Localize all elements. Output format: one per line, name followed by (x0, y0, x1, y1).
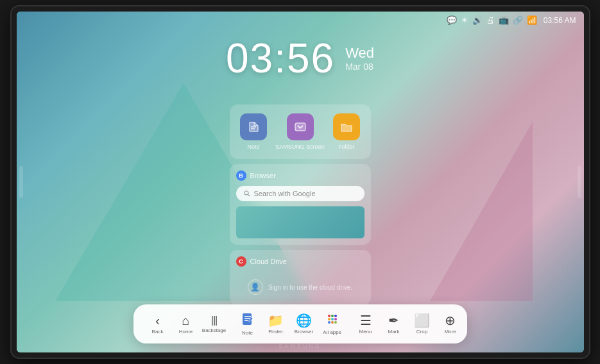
svg-point-15 (328, 321, 330, 324)
note-taskbar-label: Note (242, 330, 253, 336)
search-icon (244, 190, 250, 197)
taskbar-home[interactable]: ⌂ Home (173, 311, 199, 337)
clock-month: Mar 08 (345, 62, 373, 72)
browser-card: B Browser Search with Google (230, 164, 371, 245)
cloud-card-title: Cloud Drive (250, 258, 287, 265)
taskbar-menu[interactable]: ☰ Menu (353, 311, 379, 337)
crop-label: Crop (416, 329, 427, 335)
tv-screen: 💬 ☀ 🔊 🖨 📺 🔗 📶 03:56 AM 03:56 Wed Mar 08 (17, 12, 584, 352)
folder-app-icon (333, 113, 360, 140)
allapps-icon (326, 313, 339, 327)
svg-point-3 (244, 191, 248, 195)
crop-icon: ⬜ (414, 314, 430, 327)
svg-point-17 (334, 321, 337, 324)
samsung-app-label: SAMSUNG Screen (275, 144, 325, 150)
network-icon: 🔗 (513, 15, 523, 25)
svg-point-10 (331, 315, 334, 317)
cloud-card-header: C Cloud Drive (236, 256, 364, 267)
taskbar-allapps[interactable]: All apps (320, 310, 345, 338)
taskbar: ‹ Back ⌂ Home ||| Backstage (133, 304, 467, 343)
svg-point-16 (331, 321, 334, 324)
taskbar-finder[interactable]: 📁 Finder (263, 311, 289, 337)
taskbar-mark[interactable]: ✒ Mark (381, 311, 407, 337)
mark-label: Mark (388, 329, 400, 335)
status-time: 03:56 AM (544, 16, 576, 25)
menu-icon: ☰ (360, 314, 372, 327)
app-samsung-screen[interactable]: SAMSUNG Screen (275, 113, 325, 150)
browser-icon: 🌐 (296, 314, 312, 327)
home-icon: ⌂ (182, 314, 189, 327)
tv-frame: 💬 ☀ 🔊 🖨 📺 🔗 📶 03:56 AM 03:56 Wed Mar 08 (12, 6, 589, 358)
status-bar: 💬 ☀ 🔊 🖨 📺 🔗 📶 03:56 AM (447, 15, 576, 25)
back-label: Back (152, 329, 164, 335)
svg-point-14 (334, 318, 337, 320)
apps-card: Note SAMSUNG Screen (230, 104, 371, 159)
samsung-logo: SAMSUNG (279, 343, 321, 349)
svg-line-4 (248, 195, 250, 197)
svg-point-9 (328, 315, 330, 317)
backstage-label: Backstage (202, 327, 226, 333)
mark-icon: ✒ (388, 314, 399, 327)
folder-app-label: Folder (338, 144, 355, 150)
taskbar-browser[interactable]: 🌐 Browser (291, 311, 317, 337)
browser-label: Browser (295, 329, 313, 335)
allapps-label: All apps (323, 329, 341, 335)
note-app-label: Note (248, 144, 260, 150)
browser-card-title: Browser (250, 172, 276, 179)
cloud-user-icon: 👤 (248, 279, 263, 295)
cloud-content: 👤 Sign in to use the cloud drive. (236, 272, 364, 299)
backstage-icon: ||| (211, 315, 217, 326)
more-icon: ⊕ (445, 314, 456, 327)
browser-preview (236, 206, 364, 238)
right-handle[interactable] (578, 166, 581, 198)
more-label: More (444, 329, 456, 335)
wifi-icon: 📶 (527, 15, 537, 25)
finder-icon: 📁 (268, 314, 284, 327)
clock-time: 03:56 (226, 35, 335, 82)
left-handle[interactable] (19, 166, 23, 198)
cloud-card-icon: C (236, 256, 246, 267)
widgets-area: Note SAMSUNG Screen (230, 104, 371, 305)
clock-container: 03:56 Wed Mar 08 (226, 35, 374, 82)
app-folder[interactable]: Folder (333, 113, 360, 150)
volume-icon: 🔊 (472, 15, 483, 25)
cloud-card: C Cloud Drive 👤 Sign in to use the cloud… (230, 250, 371, 305)
clock-date: Wed Mar 08 (345, 45, 374, 72)
taskbar-back[interactable]: ‹ Back (145, 311, 171, 337)
brightness-icon: ☀ (461, 15, 468, 25)
svg-point-13 (331, 318, 334, 320)
svg-rect-2 (295, 123, 305, 131)
svg-point-11 (334, 315, 337, 317)
browser-card-icon: B (236, 170, 246, 181)
clock-day: Wed (345, 45, 374, 62)
taskbar-more[interactable]: ⊕ More (438, 311, 463, 337)
taskbar-note[interactable]: Note (235, 310, 261, 338)
search-bar[interactable]: Search with Google (236, 186, 364, 201)
display-icon: 📺 (499, 15, 509, 25)
printer-icon: 🖨 (486, 15, 495, 25)
taskbar-backstage[interactable]: ||| Backstage (201, 313, 227, 336)
taskbar-crop[interactable]: ⬜ Crop (409, 311, 435, 337)
svg-point-12 (328, 318, 330, 320)
note-app-icon (240, 113, 267, 140)
app-note[interactable]: Note (240, 113, 267, 150)
cloud-message: Sign in to use the cloud drive. (268, 284, 352, 291)
samsung-app-icon (287, 113, 314, 140)
browser-card-header: B Browser (236, 170, 364, 181)
chat-icon: 💬 (447, 15, 457, 25)
search-placeholder: Search with Google (254, 190, 316, 197)
back-icon: ‹ (155, 314, 160, 327)
note-icon (241, 312, 255, 328)
menu-label: Menu (359, 329, 372, 335)
home-label: Home (179, 329, 193, 335)
finder-label: Finder (268, 329, 283, 335)
